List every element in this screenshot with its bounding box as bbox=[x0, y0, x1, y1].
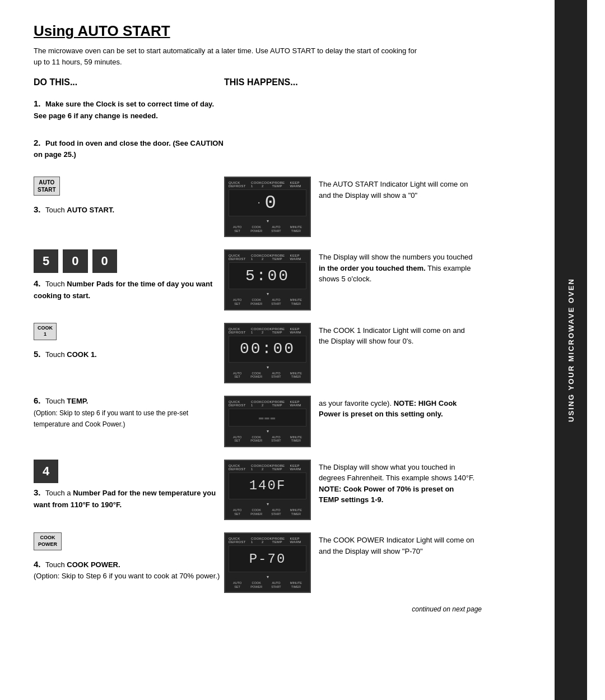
step-4-row: 5 0 0 4. Touch Number Pads for the time … bbox=[34, 249, 527, 310]
step-5-row: COOK1 5. Touch COOK 1. QUICK DEFROST COO… bbox=[34, 323, 527, 383]
col-happens-header: THIS HAPPENS... bbox=[224, 77, 298, 87]
screen-6: ▬▬▬ bbox=[229, 409, 306, 427]
continued-text: continued on next page bbox=[34, 605, 527, 613]
step-3-row: AUTOSTART 3. Touch AUTO START. QUICK DEF… bbox=[34, 177, 527, 237]
sidebar-label: USING YOUR MICROWAVE OVEN bbox=[567, 278, 575, 422]
step-6-row: 6. Touch TEMP. (Option: Skip to step 6 i… bbox=[34, 396, 527, 447]
step-2-text: Put food in oven and close the door. (Se… bbox=[34, 139, 224, 159]
display-3: QUICK DEFROST COOK 1 COOK 2 PROBE TEMP K… bbox=[224, 177, 311, 237]
display-6: QUICK DEFROST COOK 1 COOK 2 PROBE TEMP K… bbox=[224, 396, 311, 447]
result-7: The Display will show what you touched i… bbox=[319, 460, 476, 506]
auto-start-button[interactable]: AUTOSTART bbox=[34, 177, 60, 196]
num-4-button[interactable]: 4 bbox=[34, 460, 58, 483]
num-0a-button[interactable]: 0 bbox=[63, 249, 87, 273]
cook1-button[interactable]: COOK1 bbox=[34, 323, 57, 340]
step-4-number: 4. bbox=[34, 279, 41, 288]
step-3-text: Touch AUTO START. bbox=[45, 206, 114, 214]
substep-3-text: Touch a Number Pad for the new temperatu… bbox=[34, 489, 216, 509]
step-1-row: 1. Make sure the Clock is set to correct… bbox=[34, 99, 527, 122]
intro-text: The microwave oven can be set to start a… bbox=[34, 45, 426, 67]
step-1-number: 1. bbox=[34, 99, 41, 108]
screen-3: · 0 bbox=[229, 189, 306, 216]
screen-4: 5:00 bbox=[229, 262, 306, 289]
display-7: QUICK DEFROST COOK 1 COOK 2 PROBE TEMP K… bbox=[224, 460, 311, 520]
page-title: Using AUTO START bbox=[34, 22, 527, 40]
cook-power-button[interactable]: COOKPOWER bbox=[34, 532, 62, 550]
step-1-text: Make sure the Clock is set to correct ti… bbox=[34, 100, 214, 120]
display-4: QUICK DEFROST COOK 1 COOK 2 PROBE TEMP K… bbox=[224, 249, 311, 310]
col-do-header: DO THIS... bbox=[34, 77, 224, 87]
result-6: as your favorite cycle). NOTE: HIGH Cook… bbox=[319, 396, 476, 420]
step-5-text: Touch COOK 1. bbox=[45, 350, 97, 359]
step-5-number: 5. bbox=[34, 349, 41, 359]
result-3: The AUTO START Indicator Light will come… bbox=[319, 177, 476, 201]
step-6-text: Touch TEMP. (Option: Skip to step 6 if y… bbox=[34, 397, 188, 429]
substep-4-row: COOKPOWER 4. Touch COOK POWER.(Option: S… bbox=[34, 532, 527, 593]
step-3-number: 3. bbox=[34, 205, 41, 214]
sidebar: USING YOUR MICROWAVE OVEN bbox=[555, 0, 587, 700]
display-5: QUICK DEFROST COOK 1 COOK 2 PROBE TEMP K… bbox=[224, 323, 311, 383]
result-5: The COOK 1 Indicator Light will come on … bbox=[319, 323, 476, 347]
step-6-number: 6. bbox=[34, 396, 41, 405]
step-2-row: 2. Put food in oven and close the door. … bbox=[34, 138, 527, 161]
step-4-text: Touch Number Pads for the time of day yo… bbox=[34, 280, 212, 300]
screen-8: P-70 bbox=[229, 545, 306, 572]
substep-4-text: Touch COOK POWER.(Option: Skip to Step 6… bbox=[34, 560, 220, 581]
result-8: The COOK POWER Indicator Light will come… bbox=[319, 532, 476, 557]
substep-3-number: 3. bbox=[34, 488, 41, 497]
num-5-button[interactable]: 5 bbox=[34, 249, 58, 273]
result-4: The Display will show the numbers you to… bbox=[319, 249, 476, 285]
num-0b-button[interactable]: 0 bbox=[92, 249, 117, 273]
display-8: QUICK DEFROST COOK 1 COOK 2 PROBE TEMP K… bbox=[224, 532, 311, 593]
substep-4-number: 4. bbox=[34, 559, 41, 569]
step-2-number: 2. bbox=[34, 138, 41, 147]
screen-7: 140F bbox=[229, 472, 306, 499]
substep-3-row: 4 3. Touch a Number Pad for the new temp… bbox=[34, 460, 527, 520]
screen-5: 00:00 bbox=[229, 336, 306, 363]
